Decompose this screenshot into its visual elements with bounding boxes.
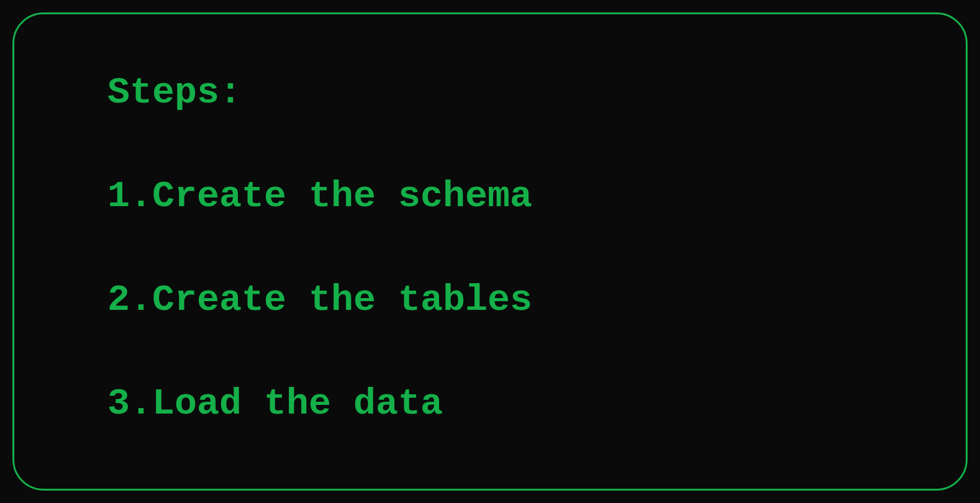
step-item: 3.Load the data xyxy=(107,381,873,426)
step-item: 1.Create the schema xyxy=(107,174,873,219)
step-item: 2.Create the tables xyxy=(107,278,873,322)
steps-heading: Steps: xyxy=(107,70,873,115)
terminal-box: Steps: 1.Create the schema 2.Create the … xyxy=(12,12,968,491)
